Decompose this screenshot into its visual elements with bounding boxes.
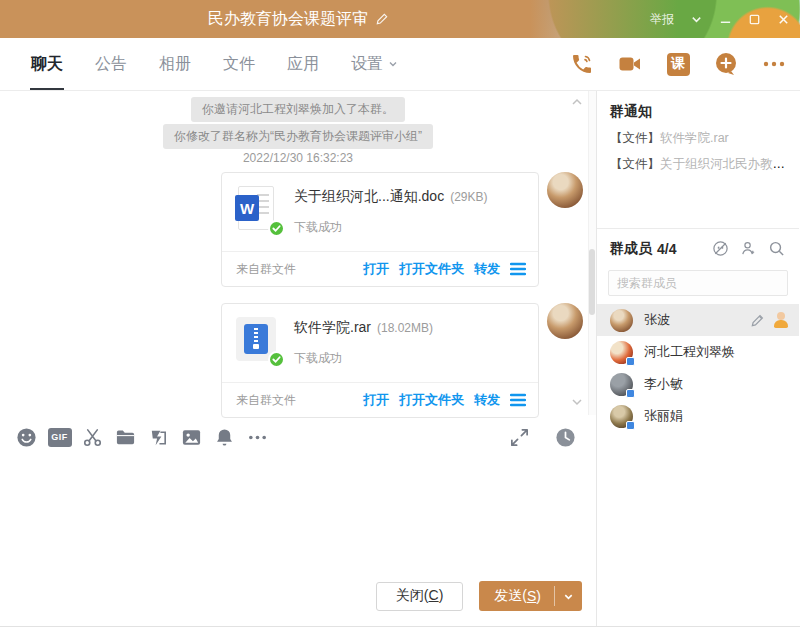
mute-all-icon[interactable] (712, 240, 730, 258)
chevron-down-icon[interactable] (690, 13, 703, 26)
more-icon[interactable] (762, 52, 786, 76)
member-row-lixiaomin[interactable]: 李小敏 (597, 368, 799, 400)
side-panel: 群通知 【文件】软件学院.rar 【文件】关于组织河北民办教育... 群成员 4… (597, 91, 799, 627)
download-success-icon (268, 220, 285, 237)
report-button[interactable]: 举报 (650, 11, 674, 28)
avatar[interactable] (547, 172, 583, 208)
maximize-icon[interactable] (748, 13, 761, 26)
group-title-wrap: 民办教育协会课题评审 (0, 0, 597, 38)
open-folder-button[interactable]: 打开文件夹 (399, 260, 464, 278)
system-message: 你修改了群名称为“民办教育协会课题评审小组” (163, 124, 433, 149)
group-title: 民办教育协会课题评审 (208, 9, 368, 30)
open-folder-button[interactable]: 打开文件夹 (399, 391, 464, 409)
send-file-folder-icon[interactable] (114, 425, 138, 449)
scroll-down-icon[interactable] (570, 395, 584, 409)
window-shake-icon[interactable] (147, 425, 171, 449)
members-title: 群成员 (610, 240, 652, 258)
notice-item[interactable]: 【文件】关于组织河北民办教育... (610, 156, 786, 173)
member-row-zhanglijuan[interactable]: 张丽娟 (597, 400, 799, 432)
group-notice-title: 群通知 (610, 103, 786, 121)
system-message-line: 你邀请河北工程刘翠焕加入了本群。 (0, 97, 596, 122)
chat-scrollbar-thumb[interactable] (589, 249, 595, 315)
avatar (610, 341, 633, 364)
download-success-icon (268, 351, 285, 368)
chat-column: 你邀请河北工程刘翠焕加入了本群。 你修改了群名称为“民办教育协会课题评审小组” … (0, 91, 597, 627)
chat-scrollbar[interactable] (588, 91, 596, 415)
mobile-online-badge (626, 357, 635, 366)
video-call-icon[interactable] (618, 52, 642, 76)
qq-group-chat-window: 民办教育协会课题评审 举报 聊天 公告 相册 文件 应用 (0, 0, 800, 627)
file-source: 来自群文件 (236, 392, 296, 409)
avatar (610, 373, 633, 396)
footer-buttons: 关闭(C) 发送(S) (376, 581, 582, 611)
group-class-icon[interactable]: 课 (666, 52, 690, 76)
send-options-icon[interactable] (555, 581, 582, 611)
file-name: 关于组织河北...通知.doc (294, 188, 444, 204)
open-file-button[interactable]: 打开 (363, 260, 389, 278)
tab-album[interactable]: 相册 (143, 38, 207, 90)
close-button[interactable]: 关闭(C) (376, 582, 463, 611)
image-icon[interactable] (180, 425, 204, 449)
mobile-online-badge (626, 421, 635, 430)
edit-group-name-icon[interactable] (375, 12, 389, 26)
main-content: 你邀请河北工程刘翠焕加入了本群。 你修改了群名称为“民办教育协会课题评审小组” … (0, 91, 800, 627)
chat-call-toolbar: 课 (570, 38, 786, 90)
gif-icon[interactable]: GIF (48, 425, 72, 449)
file-card[interactable]: 软件学院.rar(18.02MB) 下载成功 来自群文件 打开 打开文件夹 转发 (221, 303, 539, 418)
titlebar: 民办教育协会课题评审 举报 (0, 0, 800, 38)
members-count: 4/4 (657, 241, 676, 257)
avatar (610, 405, 633, 428)
emoji-icon[interactable] (15, 425, 39, 449)
tabs: 聊天 公告 相册 文件 应用 设置 (15, 38, 414, 90)
expand-icon[interactable] (507, 425, 531, 449)
open-file-button[interactable]: 打开 (363, 391, 389, 409)
minimize-icon[interactable] (719, 13, 732, 26)
member-row-liucuihuan[interactable]: 河北工程刘翠焕 (597, 336, 799, 368)
member-row-zhangbo[interactable]: 张波 (597, 304, 799, 336)
timestamp: 2022/12/30 16:32:23 (0, 151, 596, 165)
tab-settings[interactable]: 设置 (335, 38, 414, 90)
file-size: (18.02MB) (377, 321, 433, 335)
forward-button[interactable]: 转发 (474, 391, 500, 409)
edit-member-card-icon[interactable] (750, 313, 765, 328)
notice-item[interactable]: 【文件】软件学院.rar (610, 130, 786, 147)
window-controls: 举报 (650, 0, 790, 38)
member-name: 张丽娟 (644, 407, 683, 425)
file-menu-icon[interactable] (510, 262, 526, 276)
file-card[interactable]: W 关于组织河北...通知.doc(29KB) 下载成功 (221, 172, 539, 287)
forward-button[interactable]: 转发 (474, 260, 500, 278)
avatar (610, 309, 633, 332)
tab-chat[interactable]: 聊天 (15, 38, 79, 90)
more-icon[interactable] (246, 425, 270, 449)
file-size: (29KB) (450, 190, 487, 204)
input-toolbar: GIF (0, 415, 596, 459)
tab-files[interactable]: 文件 (207, 38, 271, 90)
member-status-icon (773, 312, 789, 328)
send-button[interactable]: 发送(S) (479, 581, 582, 611)
add-bubble-icon[interactable] (714, 52, 738, 76)
tabbar: 聊天 公告 相册 文件 应用 设置 课 (0, 38, 800, 91)
search-icon[interactable] (768, 240, 786, 258)
tab-announcement[interactable]: 公告 (79, 38, 143, 90)
voice-call-icon[interactable] (570, 52, 594, 76)
mobile-online-badge (626, 389, 635, 398)
file-menu-icon[interactable] (510, 393, 526, 407)
add-member-icon[interactable] (740, 240, 758, 258)
download-status: 下载成功 (294, 350, 433, 367)
message-history-clock-icon[interactable] (554, 425, 578, 449)
tab-apps[interactable]: 应用 (271, 38, 335, 90)
chevron-down-icon (388, 59, 398, 69)
member-search-input[interactable] (608, 270, 788, 296)
group-members-section: 群成员 4/4 (597, 228, 799, 432)
close-icon[interactable] (777, 13, 790, 26)
avatar[interactable] (547, 303, 583, 339)
member-name: 张波 (644, 311, 670, 329)
scroll-up-icon[interactable] (570, 95, 584, 109)
member-search (608, 270, 788, 296)
screenshot-scissors-icon[interactable] (81, 425, 105, 449)
file-message: W 关于组织河北...通知.doc(29KB) 下载成功 (221, 172, 539, 287)
group-remind-bell-icon[interactable] (213, 425, 237, 449)
file-source: 来自群文件 (236, 261, 296, 278)
message-input[interactable] (0, 459, 596, 577)
file-name: 软件学院.rar (294, 319, 371, 335)
